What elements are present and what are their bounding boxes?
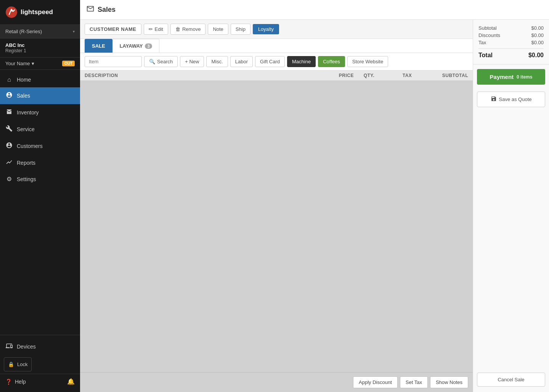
edit-icon: ✏ — [149, 26, 153, 32]
help-row: ❓ Help 🔔 — [0, 374, 80, 389]
page-title: Sales — [98, 6, 116, 14]
new-button[interactable]: + New — [180, 56, 204, 67]
discounts-value: $0.00 — [531, 32, 544, 38]
gift-card-button[interactable]: Gift Card — [255, 56, 285, 67]
home-icon: ⌂ — [5, 76, 13, 83]
totals-area: Subtotal $0.00 Discounts $0.00 Tax $0.00… — [473, 20, 549, 64]
sidebar-item-settings-label: Settings — [17, 176, 36, 182]
set-tax-button[interactable]: Set Tax — [400, 376, 428, 388]
sidebar-item-sales[interactable]: Sales — [0, 87, 80, 104]
settings-icon: ⚙ — [5, 175, 13, 183]
loyalty-button[interactable]: Loyalty — [253, 24, 279, 34]
sidebar-item-home[interactable]: ⌂ Home — [0, 72, 80, 87]
edit-button[interactable]: ✏ Edit — [144, 24, 168, 35]
total-label: Total — [478, 52, 493, 59]
payment-button[interactable]: Payment 0 items — [477, 69, 545, 85]
bell-icon[interactable]: 🔔 — [67, 378, 75, 385]
table-header: DESCRIPTION PRICE QTY. TAX SUBTOTAL — [80, 71, 473, 81]
help-icon: ❓ — [5, 379, 12, 385]
remove-button[interactable]: 🗑 Remove — [170, 24, 205, 35]
sidebar-item-reports[interactable]: Reports — [0, 154, 80, 171]
sidebar-item-settings[interactable]: ⚙ Settings — [0, 171, 80, 187]
search-button[interactable]: 🔍 Search — [144, 56, 178, 67]
show-notes-button[interactable]: Show Notes — [430, 376, 468, 388]
company-name: ABC Inc — [5, 42, 75, 48]
search-icon: 🔍 — [149, 59, 155, 64]
chevron-down-icon: ▾ — [73, 29, 75, 34]
sidebar-item-customers-label: Customers — [17, 143, 43, 149]
payment-item-count: 0 items — [517, 74, 532, 80]
help-button[interactable]: ❓ Help — [5, 379, 26, 385]
lightspeed-logo-icon — [5, 6, 18, 18]
right-panel: Subtotal $0.00 Discounts $0.00 Tax $0.00… — [473, 20, 549, 392]
sidebar-item-inventory[interactable]: Inventory — [0, 104, 80, 121]
lock-button[interactable]: 🔒 Lock — [4, 357, 32, 371]
help-label: Help — [15, 379, 26, 385]
coffees-button[interactable]: Coffees — [318, 56, 345, 67]
ship-button[interactable]: Ship — [231, 24, 250, 35]
customer-bar: CUSTOMER NAME ✏ Edit 🗑 Remove Note Ship … — [80, 20, 473, 39]
sidebar-item-devices[interactable]: Devices — [0, 338, 80, 355]
item-list — [80, 81, 473, 372]
service-icon — [5, 125, 13, 133]
note-button[interactable]: Note — [208, 24, 228, 35]
sidebar-item-service[interactable]: Service — [0, 121, 80, 138]
user-info: ABC Inc Register 1 — [0, 39, 80, 58]
misc-button[interactable]: Misc. — [206, 56, 228, 67]
tax-row: Tax $0.00 — [478, 40, 544, 45]
sales-icon — [5, 92, 13, 100]
inventory-icon — [5, 108, 13, 117]
sidebar-item-reports-label: Reports — [17, 160, 35, 166]
machine-button[interactable]: Machine — [287, 56, 316, 67]
col-qty-header: QTY. — [354, 73, 384, 78]
username[interactable]: Your Name ▾ — [5, 61, 34, 66]
labor-button[interactable]: Labor — [230, 56, 253, 67]
devices-label: Devices — [17, 344, 36, 350]
payment-button-label: Payment — [490, 74, 514, 80]
out-badge: OUT — [62, 61, 75, 66]
sidebar-item-service-label: Service — [17, 126, 35, 132]
tab-sale[interactable]: SALE — [85, 39, 112, 53]
customer-name-button[interactable]: CUSTOMER NAME — [85, 24, 141, 35]
lock-icon: 🔒 — [8, 361, 14, 367]
sidebar-bottom: Devices 🔒 Lock ❓ Help 🔔 — [0, 335, 80, 392]
brand-name: lightspeed — [21, 8, 53, 16]
save-quote-button[interactable]: Save as Quote — [477, 92, 545, 107]
discounts-label: Discounts — [478, 32, 500, 38]
apply-discount-button[interactable]: Apply Discount — [353, 376, 398, 388]
item-bar: 🔍 Search + New Misc. Labor Gift Card Mac… — [80, 53, 473, 71]
save-quote-icon — [491, 96, 497, 103]
discounts-row: Discounts $0.00 — [478, 32, 544, 38]
col-description-header: DESCRIPTION — [85, 73, 323, 78]
cancel-sale-button[interactable]: Cancel Sale — [477, 373, 545, 387]
sidebar-item-customers[interactable]: Customers — [0, 138, 80, 154]
retail-selector[interactable]: Retail (R-Series) ▾ — [0, 25, 80, 39]
sidebar-item-inventory-label: Inventory — [17, 109, 39, 116]
store-website-button[interactable]: Store Website — [347, 56, 388, 67]
logo-area: lightspeed — [0, 0, 80, 25]
item-input[interactable] — [85, 56, 142, 67]
main: Sales CUSTOMER NAME ✏ Edit 🗑 Remove Note — [80, 0, 549, 392]
sidebar-item-home-label: Home — [17, 77, 31, 83]
tax-value: $0.00 — [531, 40, 544, 45]
sale-panel: CUSTOMER NAME ✏ Edit 🗑 Remove Note Ship … — [80, 20, 473, 392]
username-chevron-icon: ▾ — [32, 61, 34, 66]
subtotal-value: $0.00 — [531, 25, 544, 31]
content-area: CUSTOMER NAME ✏ Edit 🗑 Remove Note Ship … — [80, 20, 549, 392]
sidebar: lightspeed Retail (R-Series) ▾ ABC Inc R… — [0, 0, 80, 392]
svg-point-0 — [6, 6, 17, 18]
remove-icon: 🗑 — [175, 26, 180, 32]
lock-label: Lock — [17, 361, 27, 367]
tab-layaway[interactable]: LAYAWAY 3 — [112, 39, 159, 53]
customers-icon — [5, 142, 13, 150]
sidebar-item-sales-label: Sales — [17, 93, 30, 99]
subtotal-row: Subtotal $0.00 — [478, 25, 544, 31]
reports-icon — [5, 159, 13, 167]
col-price-header: PRICE — [323, 73, 354, 78]
subtotal-label: Subtotal — [478, 25, 497, 31]
retail-selector-label: Retail (R-Series) — [5, 29, 42, 34]
register-name: Register 1 — [5, 48, 75, 53]
main-header: Sales — [80, 0, 549, 20]
devices-icon — [5, 342, 13, 351]
total-row: Total $0.00 — [478, 48, 544, 59]
